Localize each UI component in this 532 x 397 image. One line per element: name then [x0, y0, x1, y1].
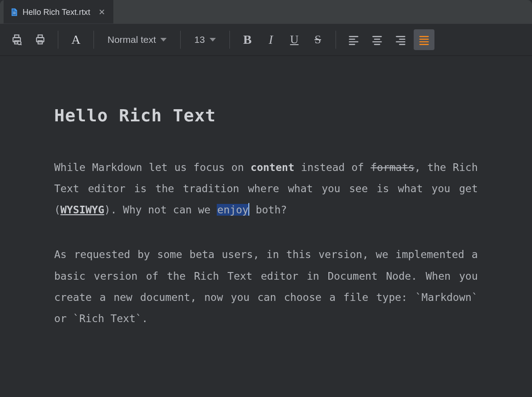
svg-rect-5 — [38, 35, 42, 38]
text-run: `. — [135, 313, 148, 324]
document-icon — [10, 8, 18, 16]
text-run: instead of — [294, 162, 371, 173]
code-run: Rich Text — [79, 313, 135, 324]
text-run: As requested by some beta users, in this… — [54, 249, 478, 303]
text-run: ). Why not can we — [104, 204, 217, 216]
align-right-button[interactable] — [390, 29, 411, 50]
print-preview-button[interactable] — [6, 29, 27, 50]
paragraph-2[interactable]: As requested by some beta users, in this… — [54, 244, 478, 329]
chevron-down-icon — [160, 38, 167, 42]
bold-run: content — [251, 162, 294, 173]
editor-window: Hello Rich Text.rtxt ✕ A Norm — [0, 0, 532, 397]
strikethrough-button[interactable]: S — [308, 29, 328, 50]
paragraph-1[interactable]: While Markdown let us focus on content i… — [54, 157, 478, 221]
formatting-toolbar: A Normal text 13 B I U S — [0, 23, 532, 56]
text-run: While Markdown let us focus on — [54, 162, 251, 173]
tab-bar: Hello Rich Text.rtxt ✕ — [0, 0, 532, 23]
toolbar-divider — [58, 31, 58, 49]
document-body[interactable]: Hello Rich Text While Markdown let us fo… — [54, 106, 478, 329]
document-heading[interactable]: Hello Rich Text — [54, 106, 478, 125]
strike-run: formats — [371, 162, 415, 173]
bold-button[interactable]: B — [237, 29, 258, 50]
toolbar-divider — [229, 31, 230, 49]
code-run: Markdown — [421, 291, 471, 303]
print-button[interactable] — [30, 29, 51, 50]
text-run: both? — [249, 204, 287, 216]
italic-button[interactable]: I — [261, 29, 281, 50]
selected-text: enjoy — [217, 204, 249, 216]
toolbar-divider — [336, 31, 336, 49]
tab-title: Hello Rich Text.rtxt — [23, 8, 90, 17]
toolbar-divider — [93, 31, 94, 49]
align-center-button[interactable] — [367, 29, 387, 50]
svg-rect-6 — [38, 41, 42, 44]
align-justify-button[interactable] — [414, 29, 434, 50]
chevron-down-icon — [210, 38, 216, 42]
editor-viewport[interactable]: Hello Rich Text While Markdown let us fo… — [0, 56, 532, 397]
fontsize-dropdown[interactable]: 13 — [188, 29, 222, 50]
paragraph-style-label: Normal text — [107, 34, 156, 45]
underline-bold-run: WYSIWYG — [61, 204, 104, 216]
svg-rect-1 — [14, 35, 19, 38]
tab-hello-rich-text[interactable]: Hello Rich Text.rtxt ✕ — [4, 0, 113, 23]
align-left-button[interactable] — [343, 29, 364, 50]
close-icon[interactable]: ✕ — [98, 8, 105, 16]
toolbar-divider — [180, 31, 181, 49]
font-style-button[interactable]: A — [65, 32, 86, 47]
paragraph-style-dropdown[interactable]: Normal text — [101, 29, 173, 50]
fontsize-label: 13 — [194, 34, 205, 45]
underline-button[interactable]: U — [284, 29, 305, 50]
